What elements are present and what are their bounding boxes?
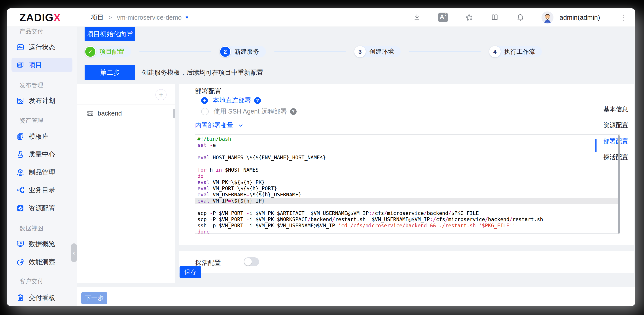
- step-connector: [409, 51, 481, 52]
- help-icon[interactable]: ?: [254, 97, 261, 104]
- breadcrumb-root[interactable]: 项目: [91, 13, 104, 22]
- sidebar-section-customer-delivery: 客户交付: [20, 277, 43, 284]
- anchor-resource-config[interactable]: 资源配置: [603, 121, 628, 130]
- help-icon[interactable]: ?: [290, 108, 296, 115]
- sidebar-collapse-handle[interactable]: ‹: [71, 244, 77, 262]
- sidebar-section-asset-mgmt: 资产管理: [20, 117, 43, 124]
- translate-a: A: [440, 14, 444, 20]
- svg-text:PM: PM: [18, 64, 21, 67]
- sidebar-item-resource-config[interactable]: 资源配置: [12, 201, 72, 216]
- server-stack-icon: [87, 110, 94, 117]
- sidebar-item-quality-center[interactable]: 质量中心: [12, 147, 72, 161]
- service-name: backend: [98, 110, 122, 117]
- sidebar-item-artifact-mgmt[interactable]: 制品管理: [12, 165, 72, 179]
- step4-label: 执行工作流: [504, 48, 535, 56]
- radio-ssh-deploy[interactable]: 使用 SSH Agent 远程部署 ?: [201, 108, 296, 116]
- breadcrumb-project[interactable]: vm-microservice-demo: [117, 14, 182, 21]
- code-editor[interactable]: #!/bin/bashset -eeval HOST_NAMES=\${${EN…: [195, 134, 620, 234]
- step-run-workflow[interactable]: 4 执行工作流: [489, 46, 542, 58]
- wizard-title-button: 项目初始化向导: [84, 27, 136, 41]
- sidebar-section-data-views: 数据视图: [20, 224, 43, 232]
- user-avatar[interactable]: [542, 12, 554, 24]
- flask-icon: [16, 150, 24, 158]
- builtin-vars-label: 内置部署变量: [195, 121, 234, 130]
- data-overview-icon: [16, 240, 24, 248]
- breadcrumb-separator: >: [109, 14, 112, 21]
- step4-number: 4: [489, 46, 501, 58]
- resource-gear-icon: [16, 204, 24, 212]
- service-list-scrollbar[interactable]: [173, 109, 175, 118]
- step-project-config[interactable]: ✓ 项目配置: [84, 46, 131, 58]
- sidebar-item-business-catalog[interactable]: 业务目录: [12, 183, 72, 197]
- sidebar-item-projects[interactable]: PM 项目: [12, 58, 72, 72]
- step2-label: 新建服务: [234, 48, 259, 56]
- step1-check-icon: ✓: [84, 46, 96, 58]
- add-service-button[interactable]: +: [156, 89, 166, 100]
- username-label[interactable]: admin(admin): [560, 14, 600, 21]
- logo-text: ZADIG: [20, 12, 54, 24]
- integrations-graph-icon[interactable]: [465, 13, 474, 22]
- app-window: ZADIGX 项目 > vm-microservice-demo ▼ A 文: [7, 8, 636, 306]
- builtin-vars-link[interactable]: 内置部署变量: [195, 122, 244, 130]
- language-translate-icon[interactable]: A 文: [438, 12, 448, 22]
- anchor-basic-info[interactable]: 基本信息: [603, 105, 628, 114]
- wizard-steps: ✓ 项目配置 2 新建服务 3 创建环境 4 执行工作流: [84, 46, 542, 58]
- logo-x: X: [54, 12, 61, 24]
- project-pm-icon: PM: [16, 61, 24, 69]
- anchor-deploy-config[interactable]: 部署配置: [603, 137, 628, 146]
- probe-toggle-off[interactable]: [244, 257, 259, 266]
- anchor-probe-config[interactable]: 探活配置: [603, 153, 628, 162]
- service-list-panel: + backend: [77, 84, 175, 283]
- more-menu-kebab-icon[interactable]: ⋮: [620, 13, 628, 22]
- sidebar-item-delivery-board[interactable]: 交付看板: [12, 291, 72, 305]
- sidebar-item-release-plan[interactable]: 发布计划: [12, 94, 72, 108]
- anchor-active-bar: [596, 139, 596, 152]
- collapse-chevron-icon: ‹: [73, 249, 75, 256]
- step-banner-description: 创建服务模板，后续均可在项目中重新配置: [142, 68, 263, 77]
- service-item-backend[interactable]: backend: [77, 108, 173, 119]
- artifact-box-hands-icon: [16, 168, 24, 176]
- chevron-down-icon: [238, 122, 244, 128]
- step-connector: [274, 51, 346, 52]
- sidebar-item-efficiency-insight[interactable]: 效能洞察: [12, 255, 72, 269]
- sidebar: 产品交付 运行状态 PM 项目 发布管理 发布计划 资产: [7, 26, 77, 306]
- download-icon[interactable]: [412, 13, 422, 22]
- sidebar-item-template-library[interactable]: 模板库: [12, 130, 72, 144]
- step3-label: 创建环境: [369, 48, 394, 56]
- radio-local-label: 本地直连部署: [213, 96, 251, 105]
- radio-selected-icon[interactable]: [201, 97, 208, 104]
- toggle-knob: [244, 258, 252, 266]
- sidebar-section-product-delivery: 产品交付: [20, 28, 43, 34]
- business-catalog-tree-icon: [16, 186, 24, 194]
- service-panel-header: +: [77, 84, 175, 104]
- save-button[interactable]: 保存: [180, 266, 201, 278]
- step-create-service[interactable]: 2 新建服务: [220, 46, 266, 58]
- radio-unselected-icon[interactable]: [201, 108, 209, 115]
- radio-local-deploy[interactable]: 本地直连部署 ?: [201, 96, 261, 104]
- radio-ssh-label: 使用 SSH Agent 远程部署: [214, 107, 287, 116]
- docs-book-icon[interactable]: [490, 13, 499, 22]
- bottom-action-bar: 下一步: [77, 287, 636, 306]
- main-content: 项目初始化向导 ✓ 项目配置 2 新建服务 3 创建环境 4 执行工作流: [77, 26, 636, 306]
- probe-config-label: 探活配置: [195, 258, 221, 267]
- deploy-config-title: 部署配置: [195, 87, 222, 96]
- sidebar-section-release-mgmt: 发布管理: [20, 81, 43, 88]
- release-plan-icon: [16, 97, 24, 105]
- notifications-bell-icon[interactable]: [516, 13, 525, 22]
- next-step-button-disabled[interactable]: 下一步: [81, 292, 107, 304]
- sidebar-item-data-overview[interactable]: 数据概览: [12, 237, 72, 251]
- clipboard-icon: [16, 294, 24, 302]
- pulse-monitor-icon: [16, 43, 24, 51]
- step1-label: 项目配置: [100, 48, 124, 56]
- sidebar-item-running-status[interactable]: 运行状态: [12, 40, 72, 54]
- deploy-config-card: 部署配置 本地直连部署 ? 使用 SSH Agent 远程部署 ? 内置部署变量…: [179, 84, 634, 245]
- step-banner-row: 第二步 创建服务模板，后续均可在项目中重新配置: [84, 66, 263, 80]
- step-create-env[interactable]: 3 创建环境: [354, 46, 400, 58]
- editor-scrollbar[interactable]: [618, 135, 620, 234]
- step-connector: [139, 51, 211, 52]
- probe-config-card: 探活配置: [179, 251, 634, 273]
- zadig-logo[interactable]: ZADIGX: [20, 12, 77, 24]
- step3-number: 3: [354, 46, 366, 58]
- template-library-icon: [16, 132, 24, 140]
- project-caret-down-icon[interactable]: ▼: [185, 15, 189, 20]
